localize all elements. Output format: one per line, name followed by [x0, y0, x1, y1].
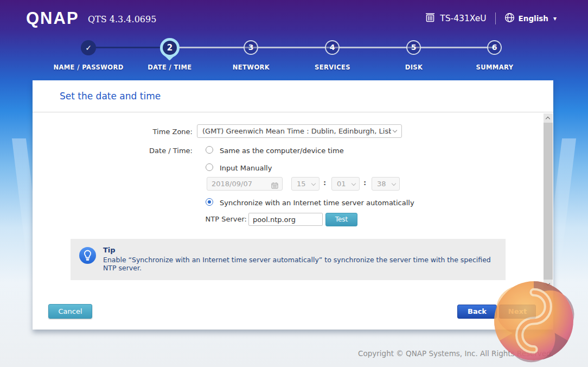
- scrollbar-thumb[interactable]: [544, 123, 553, 280]
- tip-box: Tip Enable “Synchronize with an Internet…: [71, 239, 506, 280]
- step-6-circle: 6: [487, 40, 502, 55]
- step-label-name-password: NAME / PASSWORD: [42, 64, 135, 71]
- radio-sync-internet-time-server[interactable]: [206, 198, 213, 206]
- chevron-up-icon: [546, 117, 550, 121]
- chevron-down-icon: [392, 181, 396, 186]
- minute-select[interactable]: 01: [331, 177, 360, 191]
- step-1-circle: ✓: [81, 40, 96, 55]
- copyright-text: Copyright © QNAP Systems, Inc. All Right…: [358, 349, 553, 358]
- step-label-disk: DISK: [368, 64, 460, 71]
- step-label-date-time: DATE / TIME: [124, 64, 216, 71]
- check-icon: ✓: [85, 43, 92, 52]
- calendar-icon: [271, 180, 278, 193]
- step-label-network: NETWORK: [205, 64, 297, 71]
- step-5-circle: 5: [406, 40, 421, 55]
- second-select[interactable]: 38: [372, 177, 400, 191]
- language-label: English: [519, 14, 548, 23]
- chevron-down-icon: [393, 128, 397, 132]
- qts-version-label: QTS 4.3.4.0695: [88, 14, 156, 24]
- next-button[interactable]: Next: [499, 305, 536, 319]
- tip-title: Tip: [103, 246, 116, 254]
- nas-device-icon: [425, 12, 436, 25]
- hour-value: 15: [297, 180, 306, 188]
- test-button[interactable]: Test: [325, 213, 357, 226]
- header-divider: [495, 12, 496, 24]
- datetime-label: Date / Time:: [87, 147, 193, 155]
- back-button[interactable]: Back: [457, 305, 497, 319]
- scrollbar-down-button[interactable]: [544, 280, 553, 289]
- qnap-setup-wizard-page: QNAP QTS 4.3.4.0695 TS-431XeU English ▾ …: [0, 0, 588, 367]
- minute-value: 01: [337, 180, 346, 188]
- tip-body-text: Enable “Synchronize with an Internet tim…: [103, 256, 494, 272]
- date-input[interactable]: 2018/09/07: [207, 177, 283, 191]
- language-selector[interactable]: English ▾: [504, 12, 557, 25]
- page-title: Set the date and time: [60, 91, 161, 102]
- cancel-button[interactable]: Cancel: [48, 304, 92, 319]
- second-value: 38: [377, 180, 386, 188]
- qnap-logo: QNAP: [26, 9, 79, 28]
- device-model-label: TS-431XeU: [440, 14, 486, 23]
- hour-select[interactable]: 15: [291, 177, 319, 191]
- step-4-circle: 4: [325, 40, 340, 55]
- timezone-label: Time Zone:: [87, 128, 193, 136]
- step-label-services: SERVICES: [286, 64, 379, 71]
- ntp-server-input[interactable]: [248, 213, 323, 226]
- chevron-down-icon: [546, 281, 550, 286]
- globe-icon: [504, 12, 515, 25]
- header-right-group: TS-431XeU English ▾: [425, 12, 557, 25]
- timezone-selected-value: (GMT) Greenwich Mean Time : Dublin, Edin…: [202, 125, 391, 137]
- chevron-down-icon: [351, 181, 356, 186]
- radio-same-as-computer-time[interactable]: [206, 146, 213, 154]
- panel-scrollbar[interactable]: [544, 113, 553, 289]
- step-3-circle: 3: [244, 40, 258, 55]
- ntp-server-label: NTP Server:: [171, 215, 247, 223]
- time-separator: :: [323, 179, 326, 187]
- radio-input-manually[interactable]: [206, 163, 213, 171]
- step-2-circle: 2: [163, 41, 177, 55]
- timezone-select[interactable]: (GMT) Greenwich Mean Time : Dublin, Edin…: [197, 124, 402, 138]
- radio-same-as-computer-time-label: Same as the computer/device time: [220, 147, 344, 155]
- chevron-down-icon: [311, 181, 316, 186]
- title-divider: [33, 112, 553, 112]
- radio-sync-internet-time-server-label: Synchronize with an Internet time server…: [220, 199, 414, 207]
- step-label-summary: SUMMARY: [449, 64, 541, 71]
- stepper-connector-done: [88, 47, 170, 48]
- date-value: 2018/09/07: [212, 180, 252, 188]
- scrollbar-up-button[interactable]: [544, 113, 553, 123]
- tip-bulb-icon: [79, 247, 96, 266]
- time-separator: :: [363, 179, 366, 187]
- radio-input-manually-label: Input Manually: [220, 164, 272, 172]
- chevron-down-icon: ▾: [553, 15, 557, 22]
- content-panel: Set the date and time Time Zone: (GMT) G…: [33, 80, 553, 330]
